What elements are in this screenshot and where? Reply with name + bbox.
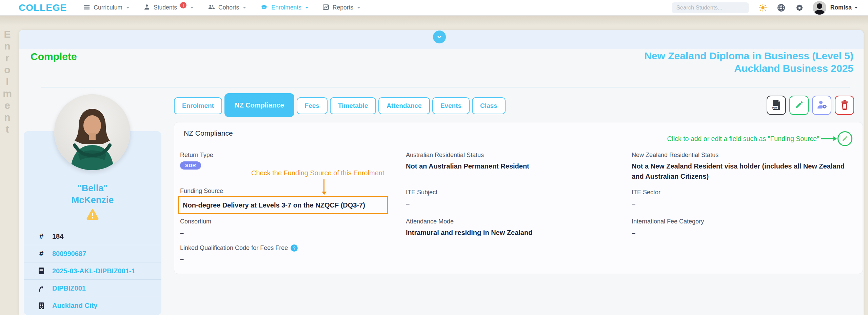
chevron-down-icon (357, 7, 360, 8)
field-ite-sector: ITE Sector – (632, 189, 852, 209)
student-first-name: "Bella" (24, 182, 161, 194)
help-icon[interactable]: ? (291, 244, 298, 252)
field-label: International Fee Category (632, 218, 852, 225)
campus-link[interactable]: Auckland City (52, 302, 97, 310)
cohorts-icon (207, 3, 215, 12)
nz-compliance-panel: NZ Compliance Click to add or edit a fie… (174, 122, 863, 274)
edit-hint-text: Click to add or edit a field such as "Fu… (667, 135, 820, 143)
field-value: – (406, 198, 626, 209)
chevron-down-icon (190, 7, 194, 8)
return-type-badge: SDR (180, 161, 201, 170)
pdf-label: PDF (772, 106, 777, 109)
nav-item-curriculum[interactable]: Curriculum (83, 3, 130, 12)
language-globe-icon[interactable] (777, 3, 786, 12)
nav-item-students[interactable]: Students ! (143, 3, 194, 12)
orange-arrow-head (322, 192, 327, 195)
course-code-link[interactable]: DIPBIZ001 (52, 284, 86, 292)
student-detail-list: # 184 # 800990687 2025-03-AKL-DIPBIZ001-… (24, 228, 161, 314)
building-icon (37, 302, 45, 310)
nav-item-label: Curriculum (94, 4, 122, 11)
nav-item-reports[interactable]: Reports (322, 3, 360, 12)
edit-hint-annotation: Click to add or edit a field such as "Fu… (667, 131, 853, 146)
trash-icon (840, 100, 849, 111)
nav-item-cohorts[interactable]: Cohorts (207, 3, 246, 12)
field-label: ITE Subject (406, 189, 626, 196)
nav-item-enrolments[interactable]: Enrolments (260, 3, 309, 12)
student-last-name: McKenzie (24, 194, 161, 206)
field-label: Attendance Mode (406, 218, 626, 225)
field-australian-residential-status: Australian Residential Status Not an Aus… (406, 152, 626, 171)
tab-timetable[interactable]: Timetable (330, 97, 376, 114)
tab-nz-compliance[interactable]: NZ Compliance (224, 93, 294, 117)
delete-enrolment-button[interactable] (835, 96, 854, 115)
student-icon (143, 3, 151, 12)
field-ite-subject: ITE Subject – (406, 189, 626, 209)
field-value: Intramural and residing in New Zealand (406, 228, 626, 238)
settings-gear-icon[interactable] (795, 3, 804, 12)
pdf-file-icon: PDF (771, 99, 782, 112)
enrolment-tabs: Enrolment NZ Compliance Fees Timetable A… (174, 93, 506, 117)
field-label: New Zealand Residential Status (632, 152, 852, 159)
list-item-course-code[interactable]: DIPBIZ001 (24, 280, 161, 297)
list-item-student-id[interactable]: # 800990687 (24, 245, 161, 262)
menu-icon (83, 3, 91, 12)
chevron-down-icon (305, 7, 309, 8)
action-buttons: PDF (767, 96, 854, 115)
enrolment-side-label: Enrolment (1, 28, 13, 135)
nav-item-label: Cohorts (218, 4, 239, 11)
tab-class[interactable]: Class (472, 97, 506, 114)
funding-source-highlight-box: Non-degree Delivery at Levels 3-7 on the… (178, 196, 388, 214)
chevron-down-icon[interactable] (854, 7, 858, 8)
field-value: Not an Australian Permanent Resident (406, 161, 626, 171)
student-photo (54, 94, 130, 170)
field-nz-residential-status: New Zealand Residential Status Not a New… (632, 152, 852, 181)
pencil-icon (794, 100, 804, 111)
students-alert-badge: ! (180, 2, 186, 8)
list-item-campus[interactable]: Auckland City (24, 297, 161, 314)
field-consortium: Consortium – (180, 218, 400, 238)
field-value: – (180, 228, 400, 238)
field-return-type: Return Type SDR (180, 152, 400, 170)
hash-icon: # (37, 232, 45, 241)
reports-icon (322, 3, 330, 12)
header-divider (41, 87, 850, 87)
panel-title: NZ Compliance (184, 129, 233, 137)
top-navbar: COLLEGE Curriculum Students ! Cohorts (0, 0, 868, 16)
main-nav: Curriculum Students ! Cohorts Enrolments (83, 3, 360, 12)
theme-sun-icon[interactable] (758, 3, 767, 12)
nav-item-label: Enrolments (271, 4, 301, 11)
funding-hint-annotation: Check the Funding Source of this Enrolme… (251, 169, 407, 177)
field-label: Consortium (180, 218, 400, 225)
edit-compliance-button[interactable] (837, 131, 852, 146)
class-code-link[interactable]: 2025-03-AKL-DIPBIZ001-1 (52, 267, 135, 275)
orange-arrow-line (323, 179, 324, 192)
tab-events[interactable]: Events (432, 97, 470, 114)
collapse-chevron-button[interactable] (433, 31, 446, 43)
field-label: Linked Qualification Code for Fees Free (180, 244, 288, 252)
assign-user-button[interactable] (812, 96, 831, 115)
field-value: – (180, 254, 400, 264)
field-funding-source: Funding Source Non-degree Delivery at Le… (178, 188, 388, 214)
enrolment-card: Complete New Zealand Diploma in Business… (19, 30, 864, 315)
edit-enrolment-button[interactable] (789, 96, 809, 115)
navbar-right: Romisa (672, 1, 858, 15)
export-pdf-button[interactable]: PDF (767, 96, 786, 115)
app-logo[interactable]: COLLEGE (19, 2, 67, 13)
level-up-icon (37, 284, 45, 292)
graduation-cap-icon (260, 3, 268, 12)
list-item-class-code[interactable]: 2025-03-AKL-DIPBIZ001-1 (24, 262, 161, 280)
tab-enrolment[interactable]: Enrolment (174, 97, 222, 114)
nav-item-label: Reports (333, 4, 353, 11)
student-id-link[interactable]: 800990687 (52, 250, 86, 258)
tab-fees[interactable]: Fees (297, 97, 328, 114)
green-arrow-head (833, 136, 837, 141)
search-input[interactable] (672, 2, 749, 13)
field-attendance-mode: Attendance Mode Intramural and residing … (406, 218, 626, 238)
user-menu[interactable]: Romisa (830, 4, 852, 11)
student-name: "Bella" McKenzie (24, 182, 161, 206)
list-item-enrolment-id[interactable]: # 184 (24, 228, 161, 245)
tab-attendance[interactable]: Attendance (378, 97, 430, 114)
user-gear-icon (816, 100, 827, 111)
user-avatar[interactable] (813, 1, 826, 15)
field-label: Funding Source (180, 188, 388, 195)
